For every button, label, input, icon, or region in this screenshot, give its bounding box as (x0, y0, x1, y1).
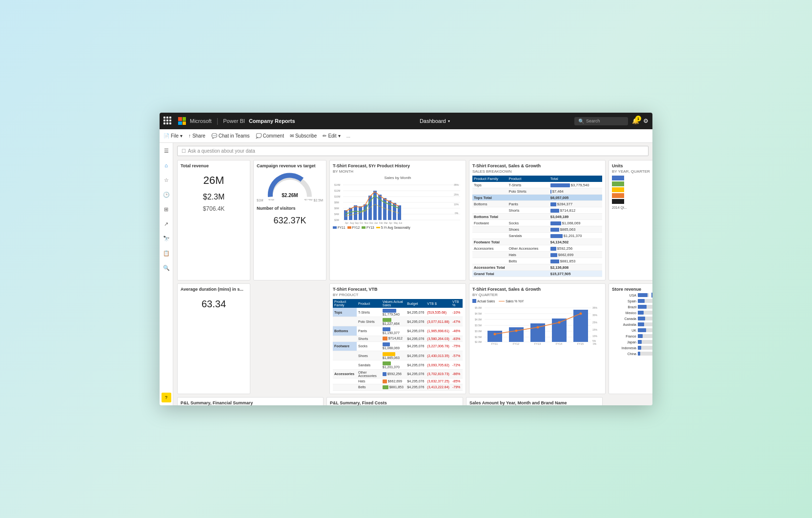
sales-by-month-label: Sales by Month (333, 176, 463, 180)
svg-text:$14M: $14M (334, 183, 341, 186)
subscribe-label: Subscribe (295, 133, 317, 139)
store-revenue-value: $3M (612, 357, 652, 361)
file-menu[interactable]: 📄 File ▾ (163, 133, 183, 139)
sales-breakdown-title: T-Shirt Forecast, Sales & Growth (472, 163, 602, 168)
vtb-table: Product Family Product Values Actual Sal… (333, 299, 463, 390)
svg-text:FY13: FY13 (534, 342, 541, 345)
sidebar-recent-icon[interactable]: 🕒 (162, 190, 171, 199)
table-row: Shorts $714,812 $4,295,076 (3,580,264.03… (333, 336, 463, 341)
sidebar-apps-icon[interactable]: ⊞ (162, 204, 171, 214)
vtb-card: T-Shirt Forecast, VTB BY PRODUCT Product… (329, 283, 466, 394)
svg-text:10%: 10% (592, 335, 598, 338)
ask-question-bar[interactable]: ☐ Ask a question about your data (177, 146, 649, 156)
share-button[interactable]: ↑ Share (188, 133, 205, 139)
svg-rect-23 (373, 191, 377, 220)
chart-legend: FY11 FY12 FY13 5-Yr Avg Seasonality (333, 226, 463, 229)
left-sidebar: ☰ ⌂ ☆ 🕒 ⊞ ↗ 🔭 📋 🔍 ? (160, 143, 173, 405)
svg-text:FY12: FY12 (513, 342, 519, 345)
tshirt-forecast-5yr-card: T-Shirt Forecast, 5Yr Product History BY… (329, 160, 466, 280)
list-item: Australia (612, 322, 652, 327)
comment-button[interactable]: 💭 Comment (256, 133, 284, 139)
svg-text:Feb: Feb (379, 222, 383, 224)
dashboard-button[interactable]: Dashboard ▾ (420, 118, 450, 124)
svg-text:$2.0M: $2.0M (475, 340, 482, 343)
svg-text:$12M: $12M (334, 189, 341, 192)
table-row: FootwareSocks $1,068,069 $4,295,076 (3,2… (333, 341, 463, 351)
sales-growth-qtr-title: T-Shirt Forecast, Sales & Growth (472, 287, 602, 292)
table-row: TopsT-Shirts $1,779,540 $4,295,076 (519,… (333, 308, 463, 317)
sales-year-month-title: Sales Amount by Year, Month and Brand Na… (469, 400, 599, 405)
list-item: Indonesia (612, 345, 652, 350)
svg-text:$5.0M: $5.0M (475, 306, 482, 309)
list-item: Japan (612, 339, 652, 344)
total-revenue-card: Total revenue 26M $2.3M $706.4K (177, 160, 250, 280)
store-revenue-title: Store revenue (612, 287, 652, 292)
tshirt-forecast-chart: $14M $12M $10M $8M $6M $4M $2M (333, 181, 463, 225)
svg-text:May: May (394, 222, 398, 224)
sidebar-workspaces-icon[interactable]: 📋 (162, 248, 171, 258)
settings-button[interactable]: ⚙ (643, 118, 649, 124)
avg-duration-value: 63.34 (181, 293, 247, 316)
dashboard-row-1: Total revenue 26M $2.3M $706.4K Campaign… (177, 160, 649, 280)
visitors-value: 632.37K (257, 212, 323, 230)
subscribe-button[interactable]: ✉ Subscribe (290, 133, 317, 139)
svg-text:$6M: $6M (334, 207, 339, 210)
sidebar-home-icon[interactable]: ⌂ (162, 160, 171, 170)
file-chevron: ▾ (180, 133, 183, 139)
col-product: Product (507, 176, 548, 182)
tshirt-5yr-subtitle: BY MONTH (333, 169, 463, 174)
campaign-revenue-title: Campaign revenue vs target (257, 163, 323, 168)
table-row-grand-total: Grand Total$15,377,505 (472, 271, 602, 277)
search-box[interactable]: 🔍 Search (574, 117, 628, 125)
microsoft-logo (178, 117, 186, 125)
table-row: Sandals $1,201,370 (472, 233, 602, 239)
sidebar-shared-icon[interactable]: ↗ (162, 219, 171, 229)
gauge-max: $2.5M (314, 199, 323, 202)
svg-text:25%: 25% (592, 321, 598, 324)
sidebar-favorites-icon[interactable]: ☆ (162, 175, 171, 185)
units-year-label: 2014 Qt... (612, 206, 652, 209)
svg-text:30%: 30% (592, 314, 598, 317)
notification-badge: 1 (635, 116, 641, 121)
table-row: Belts $881,853 (472, 258, 602, 264)
report-label: Company Reports (249, 118, 295, 124)
vtb-title: T-Shirt Forecast, VTB (333, 287, 463, 292)
notification-button[interactable]: 🔔 1 (632, 118, 639, 124)
more-button[interactable]: ... (346, 133, 350, 139)
svg-text:Oct: Oct (360, 222, 364, 224)
share-icon: ↑ (188, 133, 191, 139)
app-launcher-icon[interactable] (163, 117, 172, 125)
microsoft-label: Microsoft (190, 118, 212, 124)
svg-text:25%: 25% (454, 193, 459, 196)
sidebar-search-icon[interactable]: 🔍 (162, 263, 171, 273)
col-family: Product Family (472, 176, 507, 182)
sidebar-explore-icon[interactable]: 🔭 (162, 234, 171, 243)
gauge-chart: $2.26M $1M $2.5M (265, 171, 314, 200)
svg-text:35%: 35% (592, 306, 598, 309)
table-row: Shoes $865,063 (472, 226, 602, 233)
table-row-tops-total: Tops Total$6,057,005 (472, 195, 602, 201)
table-row: TopsT-Shirts $3,779,540 (472, 182, 602, 188)
edit-button[interactable]: ✏ Edit ▾ (323, 133, 340, 139)
sidebar-learn-icon[interactable]: ? (162, 393, 171, 402)
list-item: Brazil (612, 304, 652, 309)
avg-duration-card: Average duration (mins) in s... 63.34 (177, 283, 250, 394)
separator: | (217, 117, 219, 125)
list-item: UK (612, 328, 652, 333)
file-icon: 📄 (163, 133, 169, 139)
campaign-revenue-card: Campaign revenue vs target $2.26M $1M $2… (253, 160, 326, 280)
main-layout: ☰ ⌂ ☆ 🕒 ⊞ ↗ 🔭 📋 🔍 ? ☐ Ask a question abo… (160, 143, 652, 405)
svg-text:$4M: $4M (334, 213, 339, 216)
sales-growth-legend: Actual Sales Sales % YoY (472, 299, 602, 303)
chat-button[interactable]: 💬 Chat in Teams (211, 133, 250, 139)
table-row-bottoms-total: Bottoms Total$3,049,189 (472, 214, 602, 220)
gauge-min: $1M (257, 199, 264, 202)
svg-text:$8M: $8M (334, 201, 339, 204)
total-revenue-value2: $2.3M (181, 192, 247, 202)
sidebar-menu-icon[interactable]: ☰ (162, 146, 171, 156)
svg-text:Mar: Mar (384, 222, 388, 224)
svg-rect-59 (487, 331, 502, 342)
avg-duration-title: Average duration (mins) in s... (181, 287, 247, 292)
dashboard-label: Dashboard (420, 118, 446, 124)
svg-text:FY11: FY11 (491, 342, 498, 345)
